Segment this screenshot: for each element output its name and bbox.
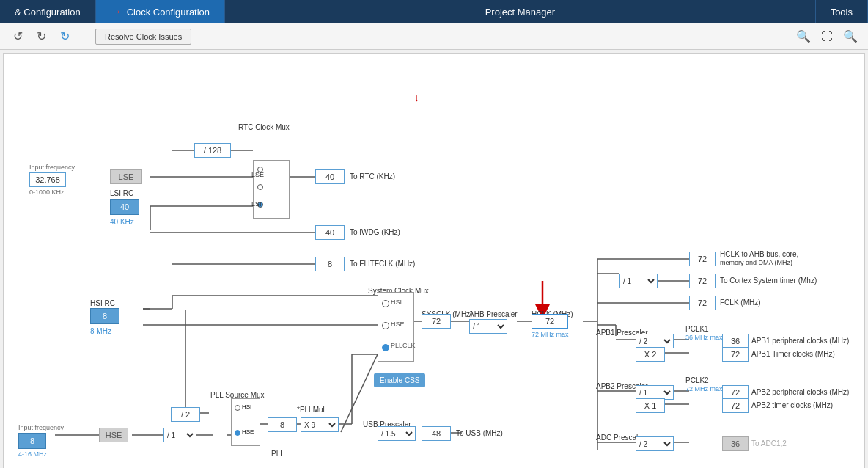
hsi-mhz-label: 8 MHz bbox=[90, 327, 111, 335]
usb-value-box: 48 bbox=[422, 426, 451, 441]
adc-value-box: 36 bbox=[722, 436, 749, 451]
pll-mul-label: *PLLMul bbox=[297, 406, 325, 414]
input-freq-hse-label: Input frequency bbox=[18, 424, 64, 431]
toolbar: ↺ ↻ ↻ Resolve Clock Issues 🔍 ⛶ 🔍 bbox=[0, 23, 868, 50]
hclk-ahb-value-box: 72 bbox=[689, 252, 716, 266]
header: & Configuration → Clock Configuration Pr… bbox=[0, 0, 868, 23]
tab-arrow-icon: → bbox=[111, 5, 122, 18]
input-freq-hse-unit: 4-16 MHz bbox=[18, 450, 64, 458]
rtc-label: To RTC (KHz) bbox=[350, 172, 395, 180]
apb1-max-label: 36 MHz max bbox=[685, 334, 723, 341]
tab-tools[interactable]: Tools bbox=[816, 0, 868, 23]
sys-mux: HSI HSE PLLCLK bbox=[378, 292, 414, 362]
tab-pm[interactable]: Project Manager bbox=[225, 0, 816, 23]
adc-label: To ADC1,2 bbox=[751, 439, 787, 447]
enable-css-button[interactable]: Enable CSS bbox=[374, 373, 425, 387]
hclk-ahb-label2: memory and DMA (MHz) bbox=[720, 259, 792, 266]
hse-box: HSE bbox=[99, 428, 128, 442]
lsi-mux-label: LSI bbox=[251, 200, 262, 208]
undo-button[interactable]: ↺ bbox=[7, 26, 28, 47]
apb2-div-select[interactable]: / 1 / 2 bbox=[636, 385, 674, 400]
fclk-value-box: 72 bbox=[689, 296, 716, 310]
tab-config[interactable]: & Configuration bbox=[0, 0, 96, 23]
resolve-label: Resolve Clock Issues bbox=[105, 32, 182, 41]
input-freq-lsi-label: Input frequency bbox=[29, 164, 75, 171]
rtc-value-box: 40 bbox=[315, 169, 345, 184]
hsi-rc-label: HSI RC bbox=[90, 299, 115, 307]
apb1-peri-value-box: 36 bbox=[722, 334, 749, 348]
zoom-out-button[interactable]: 🔍 bbox=[840, 26, 861, 47]
hsi-div2-box: / 2 bbox=[171, 407, 200, 422]
apb1-timer-label: APB1 Timer clocks (MHz) bbox=[751, 350, 835, 358]
iwdg-label: To IWDG (KHz) bbox=[350, 228, 400, 236]
pclk2-label: PCLK2 bbox=[685, 376, 709, 384]
tab-config-label: & Configuration bbox=[15, 7, 81, 18]
apb1-x2-box: X 2 bbox=[636, 347, 665, 362]
lsi-value-box: 40 bbox=[110, 199, 139, 215]
pll-label: PLL bbox=[271, 450, 284, 458]
pll-src-mux: HSI HSE bbox=[231, 398, 260, 446]
apb1-peri-label: APB1 peripheral clocks (MHz) bbox=[751, 337, 849, 345]
rtc-mux bbox=[253, 160, 290, 219]
hclk-ahb-label: HCLK to AHB bus, core, bbox=[720, 250, 798, 258]
sysclk-value-box: 72 bbox=[422, 314, 451, 329]
apb2-timer-value-box: 72 bbox=[722, 398, 749, 413]
hse-input-area: Input frequency 8 4-16 MHz bbox=[18, 424, 64, 458]
input-freq-lsi-value[interactable]: 32.768 bbox=[29, 172, 66, 187]
pll-value-box: 8 bbox=[268, 417, 297, 432]
apb2-peri-label: APB2 peripheral clocks (MHz) bbox=[751, 388, 849, 396]
input-freq-lsi-unit: 0-1000 KHz bbox=[29, 189, 75, 196]
ahb-div-select[interactable]: / 1 / 2 / 4 bbox=[469, 319, 507, 334]
rtc-mux-label: RTC Clock Mux bbox=[238, 123, 290, 131]
flitf-value-box: 8 bbox=[315, 257, 345, 271]
cortex-label: To Cortex System timer (Mhz) bbox=[720, 277, 817, 285]
lse-mux-label: LSE bbox=[251, 171, 264, 178]
zoom-in-button[interactable]: 🔍 bbox=[793, 26, 814, 47]
iwdg-value-box: 40 bbox=[315, 225, 345, 240]
usb-label: To USB (MHz) bbox=[456, 429, 503, 437]
pll-mul-select[interactable]: X 9 X 2 X 3 bbox=[301, 417, 339, 432]
fullscreen-button[interactable]: ⛶ bbox=[817, 26, 837, 47]
apb2-x1-box: X 1 bbox=[636, 398, 665, 413]
hsi-rc-value-box: 8 bbox=[90, 308, 119, 324]
div128-box: / 128 bbox=[194, 143, 231, 158]
adc-div-select[interactable]: / 2 / 4 / 6 / 8 bbox=[636, 436, 674, 451]
tab-clock[interactable]: → Clock Configuration bbox=[96, 0, 225, 23]
lsi-khz-label: 40 KHz bbox=[110, 218, 134, 226]
diagram-area: RTC Clock Mux HSE_RTC / 128 LSE LSI 40 T… bbox=[3, 53, 865, 468]
flitf-label: To FLITFCLK (MHz) bbox=[350, 260, 415, 268]
fclk-label: FCLK (MHz) bbox=[720, 299, 761, 307]
tab-tools-label: Tools bbox=[831, 7, 853, 18]
lse-box: LSE bbox=[110, 169, 142, 184]
apb2-peri-value-box: 72 bbox=[722, 385, 749, 400]
hclk-value-box: 72 bbox=[532, 314, 568, 329]
apb2-timer-label: APB2 timer clocks (MHz) bbox=[751, 401, 833, 409]
cortex-div-select[interactable]: / 1 / 8 bbox=[619, 274, 658, 288]
resolve-button[interactable]: Resolve Clock Issues bbox=[95, 29, 191, 45]
input-freq-lsi-area: Input frequency 32.768 0-1000 KHz bbox=[29, 164, 75, 196]
redo-button[interactable]: ↻ bbox=[31, 26, 51, 47]
cortex-value-box: 72 bbox=[689, 274, 716, 288]
apb1-timer-value-box: 72 bbox=[722, 347, 749, 362]
pclk1-label: PCLK1 bbox=[685, 325, 709, 333]
hse-input-value[interactable]: 8 bbox=[18, 433, 46, 449]
apb2-max-label: 72 MHz max bbox=[685, 385, 723, 392]
usb-div-select[interactable]: / 1.5 / 1 bbox=[378, 426, 416, 441]
hclk-max-label: 72 MHz max bbox=[532, 331, 569, 338]
refresh-button[interactable]: ↻ bbox=[54, 26, 75, 47]
ahb-label: AHB Prescaler bbox=[469, 310, 518, 318]
lsi-rc-label: LSI RC bbox=[110, 189, 133, 197]
apb1-div-select[interactable]: / 2 / 1 / 4 bbox=[636, 334, 674, 348]
hse-div1-select[interactable]: / 1 / 2 bbox=[163, 428, 196, 442]
tab-pm-label: Project Manager bbox=[485, 7, 555, 18]
tab-clock-label: Clock Configuration bbox=[127, 7, 210, 18]
